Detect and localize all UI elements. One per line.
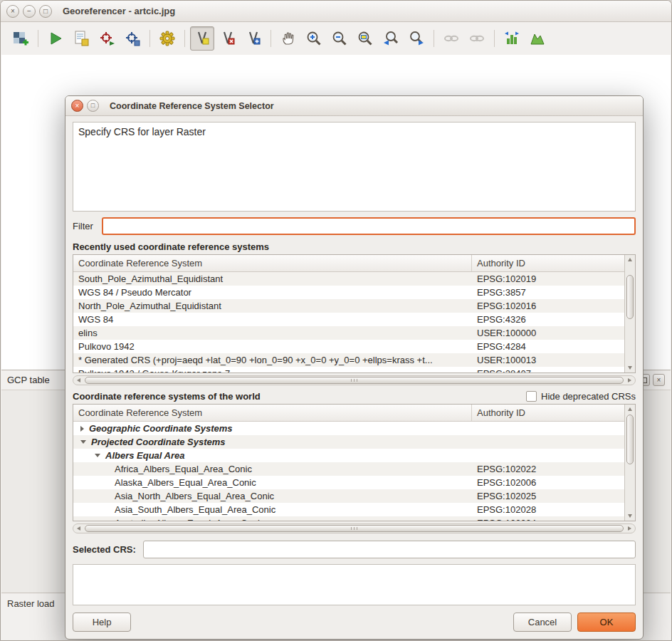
table-row[interactable]: Africa_Albers_Equal_Area_ConicEPSG:10202… xyxy=(73,462,624,476)
add-point-icon xyxy=(194,30,211,47)
transformation-settings-button[interactable] xyxy=(155,26,179,51)
zoom-next-button[interactable] xyxy=(404,26,429,51)
crs-definition-box xyxy=(73,564,636,605)
tree-group-row[interactable]: Albers Equal Area xyxy=(73,449,624,462)
add-point-button[interactable] xyxy=(190,26,214,51)
crs-message: Specify CRS for layer Raster xyxy=(78,126,206,137)
transformation-settings-icon xyxy=(159,30,176,47)
local-histogram-stretch-button[interactable] xyxy=(525,26,550,51)
world-table-vscrollbar[interactable] xyxy=(624,405,635,521)
table-row[interactable]: WGS 84 / Pseudo MercatorEPSG:3857 xyxy=(73,286,624,299)
world-table-main: Coordinate Reference System Authority ID… xyxy=(73,405,624,521)
recent-table-main: Coordinate Reference System Authority ID… xyxy=(73,255,624,372)
gcp-panel-close-button[interactable]: × xyxy=(653,374,665,386)
table-row[interactable]: Pulkovo 1942EPSG:4284 xyxy=(73,340,624,353)
crs-message-box: Specify CRS for layer Raster xyxy=(73,122,636,212)
world-crs-table: Coordinate Reference System Authority ID… xyxy=(73,404,636,521)
world-table-hscrollbar[interactable] xyxy=(73,523,636,533)
ok-button[interactable]: OK xyxy=(577,613,636,632)
selected-crs-input[interactable] xyxy=(143,541,636,558)
hide-deprecated-label: Hide deprecated CRSs xyxy=(541,391,636,402)
window-minimize-button[interactable]: − xyxy=(23,5,36,18)
crs-name: * Generated CRS (+proj=aeqd +lat_0=90 +l… xyxy=(73,355,472,365)
zoom-to-layer-button[interactable] xyxy=(353,26,377,51)
table-row[interactable]: elinsUSER:100000 xyxy=(73,326,624,340)
scrollbar-thumb[interactable] xyxy=(626,415,634,464)
authority-id: EPSG:102022 xyxy=(472,464,624,474)
column-header-crs[interactable]: Coordinate Reference System xyxy=(73,255,472,271)
table-row[interactable]: Pulkovo 1942 / Gauss-Kruger zone 7EPSG:2… xyxy=(73,367,624,372)
authority-id: EPSG:28407 xyxy=(472,368,624,372)
chevron-right-icon[interactable] xyxy=(80,426,84,432)
crs-name: North_Pole_Azimuthal_Equidistant xyxy=(73,301,472,311)
gdal-script-icon xyxy=(73,30,90,47)
crs-name: Pulkovo 1942 / Gauss-Kruger zone 7 xyxy=(73,368,472,372)
start-georeferencing-button[interactable] xyxy=(43,26,68,51)
authority-id: EPSG:102028 xyxy=(472,504,624,515)
group-label: Projected Coordinate Systems xyxy=(91,437,226,447)
recent-crs-table: Coordinate Reference System Authority ID… xyxy=(73,254,636,373)
scrollbar-thumb[interactable] xyxy=(626,275,634,319)
delete-point-button[interactable] xyxy=(216,26,240,51)
delete-point-icon xyxy=(219,30,236,47)
column-header-crs[interactable]: Coordinate Reference System xyxy=(73,405,472,421)
crs-name: Africa_Albers_Equal_Area_Conic xyxy=(73,464,472,474)
dialog-maximize-button[interactable]: □ xyxy=(87,100,99,112)
local-histogram-stretch-icon xyxy=(529,30,546,47)
tree-group-row[interactable]: Projected Coordinate Systems xyxy=(73,435,624,449)
recent-table-hscrollbar[interactable] xyxy=(73,375,636,385)
recent-table-vscrollbar[interactable] xyxy=(624,255,635,372)
tree-group-row[interactable]: Geographic Coordinate Systems xyxy=(73,422,624,435)
chevron-down-icon[interactable] xyxy=(80,440,86,444)
column-header-authority[interactable]: Authority ID xyxy=(472,405,624,421)
load-gcp-points-icon xyxy=(98,30,115,47)
table-row[interactable]: WGS 84EPSG:4326 xyxy=(73,313,624,326)
pan-button[interactable] xyxy=(276,26,300,51)
load-gcp-points-button[interactable] xyxy=(95,26,119,51)
gdal-script-button[interactable] xyxy=(69,26,93,51)
dialog-close-button[interactable]: × xyxy=(71,100,83,112)
zoom-last-button[interactable] xyxy=(379,26,403,51)
toolbar-separator xyxy=(271,30,271,47)
maximize-icon: □ xyxy=(43,8,48,15)
toolbar xyxy=(1,22,671,55)
table-row[interactable]: Asia_North_Albers_Equal_Area_ConicEPSG:1… xyxy=(73,489,624,503)
scrollbar-thumb[interactable] xyxy=(85,377,624,384)
help-button[interactable]: Help xyxy=(73,613,131,632)
authority-id: EPSG:4326 xyxy=(472,314,624,325)
window-maximize-button[interactable]: □ xyxy=(39,5,52,18)
hide-deprecated-checkbox[interactable] xyxy=(526,391,537,402)
table-row[interactable]: South_Pole_Azimuthal_EquidistantEPSG:102… xyxy=(73,272,624,286)
crs-name: Asia_South_Albers_Equal_Area_Conic xyxy=(73,504,472,515)
full-histogram-stretch-button[interactable] xyxy=(500,26,524,51)
save-gcp-points-button[interactable] xyxy=(120,26,145,51)
zoom-out-button[interactable] xyxy=(327,26,352,51)
link-qgis-to-georeferencer-button[interactable] xyxy=(465,26,489,51)
window-close-button[interactable]: × xyxy=(6,5,19,18)
dialog-title: Coordinate Reference System Selector xyxy=(110,101,274,111)
scrollbar-thumb[interactable] xyxy=(85,525,624,532)
pan-hand-icon xyxy=(280,30,297,47)
link-georeferencer-to-qgis-button[interactable] xyxy=(439,26,463,51)
filter-row: Filter xyxy=(73,217,636,235)
table-row[interactable]: Asia_South_Albers_Equal_Area_ConicEPSG:1… xyxy=(73,503,624,516)
recent-section-title: Recently used coordinate reference syste… xyxy=(73,241,636,252)
table-row[interactable]: * Generated CRS (+proj=aeqd +lat_0=90 +l… xyxy=(73,353,624,367)
crs-name: WGS 84 xyxy=(73,314,472,325)
zoom-last-icon xyxy=(382,30,399,47)
zoom-in-button[interactable] xyxy=(302,26,326,51)
move-point-button[interactable] xyxy=(241,26,266,51)
filter-input[interactable] xyxy=(102,217,636,235)
georeferencer-window: × − □ Georeferencer - artcic.jpg xyxy=(0,0,672,641)
table-row[interactable]: Alaska_Albers_Equal_Area_ConicEPSG:10200… xyxy=(73,476,624,489)
cancel-button[interactable]: Cancel xyxy=(513,613,572,632)
crs-name: elins xyxy=(73,328,472,338)
column-header-authority[interactable]: Authority ID xyxy=(472,255,624,271)
zoom-next-icon xyxy=(408,30,425,47)
chevron-down-icon[interactable] xyxy=(95,454,100,457)
table-row[interactable]: Australia_Albers_Equal_Area_ConicEPSG:10… xyxy=(73,516,624,521)
authority-id: EPSG:102019 xyxy=(472,273,624,284)
window-titlebar: × − □ Georeferencer - artcic.jpg xyxy=(1,1,671,22)
open-raster-button[interactable] xyxy=(9,26,33,51)
table-row[interactable]: North_Pole_Azimuthal_EquidistantEPSG:102… xyxy=(73,299,624,313)
